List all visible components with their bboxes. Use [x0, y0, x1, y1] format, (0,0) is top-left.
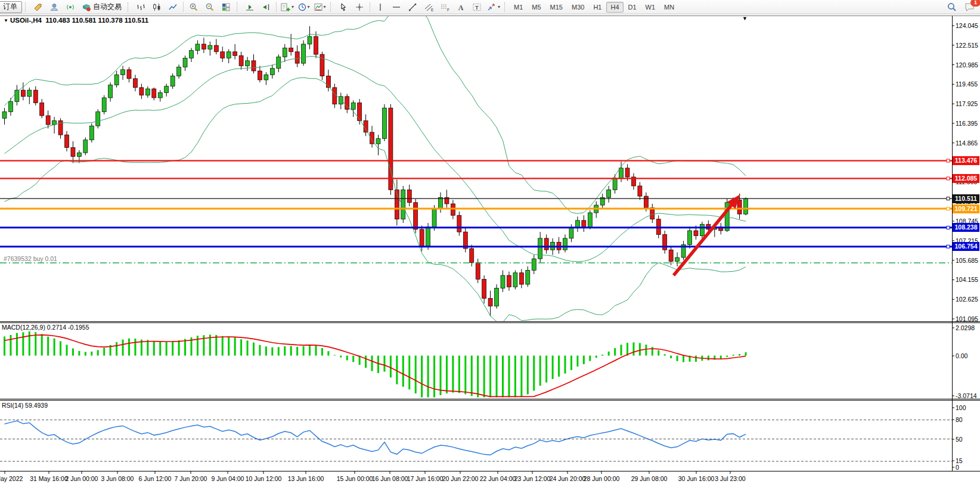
text-label-button[interactable]: T: [469, 1, 485, 14]
chart-shift-button[interactable]: [258, 1, 274, 14]
hline-anchor: [947, 207, 950, 210]
auto-scroll-icon: [245, 2, 255, 12]
hline-anchor: [947, 177, 950, 180]
indicators-icon: [280, 2, 291, 12]
auto-scroll-button[interactable]: [242, 1, 258, 14]
toolbar: 订单 自动交易 ▾ ▾ ▾ E F A T ▾ M1 M5 M15 M30 H1…: [0, 0, 980, 14]
last-bar-marker-icon: ▼: [742, 15, 748, 21]
zoom-out-button[interactable]: [202, 1, 218, 14]
community-button[interactable]: [46, 1, 62, 14]
tf-m30-button[interactable]: M30: [567, 2, 588, 13]
svg-text:F: F: [447, 8, 449, 12]
chevron-down-icon: ▾: [291, 4, 294, 10]
templates-icon: [314, 2, 323, 12]
equidistant-channel-button[interactable]: E: [421, 1, 436, 14]
horizontal-line-button[interactable]: [389, 1, 404, 14]
community-icon: [49, 2, 59, 12]
symbol-label: USOil-,H4: [10, 17, 42, 24]
hline-anchor: [947, 159, 950, 162]
tf-mn-button[interactable]: MN: [660, 2, 678, 13]
indicators-button[interactable]: ▾: [279, 1, 295, 14]
bollinger-middle-band: [5, 57, 746, 262]
cursor-button[interactable]: [336, 1, 351, 14]
toolbar-separator: [370, 2, 370, 12]
tf-h4-button[interactable]: H4: [606, 2, 623, 13]
vertical-line-button[interactable]: [373, 1, 388, 14]
text-label-icon: T: [472, 2, 482, 12]
rsi-label: RSI(14) 59.4939: [2, 402, 48, 409]
horizontal-line-icon: [392, 2, 401, 12]
search-icon: [947, 2, 957, 13]
arrows-button[interactable]: ▾: [485, 1, 501, 14]
chart-canvas[interactable]: [0, 0, 980, 484]
notification-badge: 1: [970, 0, 980, 7]
zoom-out-icon: [205, 2, 215, 12]
periods-button[interactable]: ▾: [296, 1, 311, 14]
candles-layer: [2, 26, 748, 317]
rsi-line: [5, 421, 746, 455]
zoom-in-button[interactable]: [186, 1, 201, 14]
text-icon: A: [456, 2, 466, 12]
orders-button[interactable]: 订单: [0, 1, 22, 13]
trend-arrow-line[interactable]: [674, 201, 735, 275]
order-label: #7639532 buy 0.01: [4, 255, 57, 262]
trendline-icon: [408, 2, 417, 12]
candlestick-chart-button[interactable]: [149, 1, 165, 14]
macd-label: MACD(12,26,9) 0.2714 -0.1955: [2, 324, 89, 331]
signals-button[interactable]: [63, 1, 78, 14]
line-chart-button[interactable]: [165, 1, 181, 14]
symbol-dropdown-icon[interactable]: ▼: [4, 18, 8, 23]
crosshair-icon: [355, 2, 364, 12]
fibonacci-button[interactable]: F: [437, 1, 452, 14]
chart-shift-icon: [261, 2, 271, 12]
toolbar-separator: [276, 2, 277, 12]
text-button[interactable]: A: [453, 1, 469, 14]
clock-icon: [297, 2, 307, 12]
search-button[interactable]: [944, 1, 960, 14]
chevron-down-icon: ▾: [324, 4, 326, 10]
trendline-button[interactable]: [405, 1, 420, 14]
toolbar-grip: [330, 2, 333, 12]
tile-windows-button[interactable]: [218, 1, 234, 14]
macd-histogram: [4, 331, 747, 397]
ohlc-values: 110.483 110.581 110.378 110.511: [45, 17, 148, 24]
toolbar-grip: [25, 2, 28, 12]
tf-m15-button[interactable]: M15: [546, 2, 567, 13]
tf-m1-button[interactable]: M1: [510, 2, 527, 13]
chevron-down-icon: ▾: [498, 4, 500, 10]
vertical-line-icon: [376, 2, 385, 12]
hline-anchor: [947, 245, 950, 248]
market-box-icon: [82, 2, 91, 12]
zoom-in-icon: [189, 2, 199, 12]
hline-anchor: [947, 226, 950, 229]
cursor-icon: [339, 2, 348, 12]
candlestick-chart-icon: [152, 2, 162, 12]
notifications-button[interactable]: 1: [962, 1, 978, 14]
toolbar-grip: [128, 2, 131, 12]
tf-w1-button[interactable]: W1: [641, 2, 660, 13]
toolbar-separator: [183, 2, 184, 12]
tf-h1-button[interactable]: H1: [589, 2, 606, 13]
fibonacci-icon: F: [440, 2, 450, 12]
macd-signal-line: [5, 335, 746, 397]
new-order-tag-icon: [33, 2, 43, 12]
toolbar-grip: [504, 2, 507, 12]
toolbar-grip: [237, 2, 240, 12]
arrows-icon: [486, 2, 497, 12]
chevron-down-icon: ▾: [308, 4, 310, 10]
autotrading-button[interactable]: 自动交易: [79, 1, 125, 14]
bar-chart-icon: [136, 2, 145, 12]
tf-m5-button[interactable]: M5: [528, 2, 545, 13]
crosshair-button[interactable]: [352, 1, 367, 14]
new-order-button[interactable]: [30, 1, 46, 14]
bar-chart-button[interactable]: [133, 1, 148, 14]
svg-text:A: A: [458, 3, 464, 11]
hline-anchor: [947, 197, 950, 200]
tile-windows-icon: [221, 2, 231, 12]
bollinger-lower-band: [5, 77, 746, 322]
svg-text:T: T: [475, 4, 479, 10]
line-chart-icon: [168, 2, 178, 12]
autotrading-label: 自动交易: [93, 2, 122, 12]
templates-button[interactable]: ▾: [312, 1, 327, 14]
tf-d1-button[interactable]: D1: [624, 2, 641, 13]
